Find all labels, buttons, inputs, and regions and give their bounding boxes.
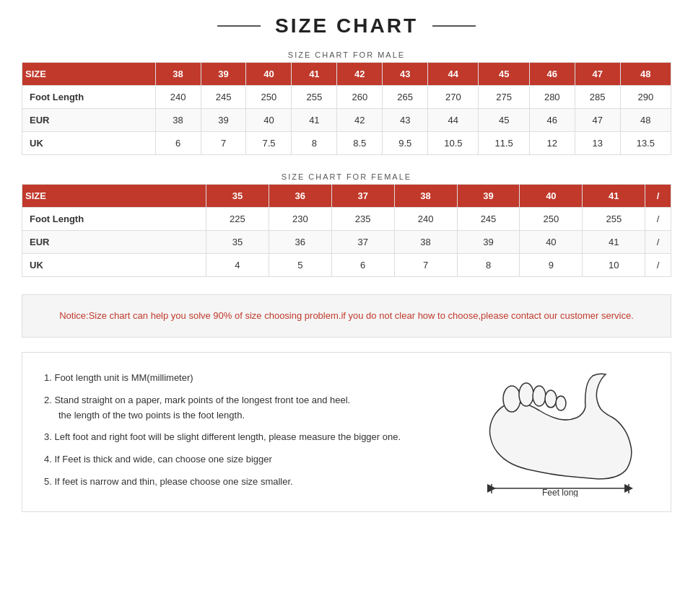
male-col-header-44: 44 (428, 63, 479, 86)
male-cell-0-4: 260 (337, 86, 383, 109)
male-col-header-43: 43 (383, 63, 428, 86)
male-cell-1-3: 41 (292, 109, 337, 132)
male-cell-1-10: 48 (620, 109, 671, 132)
female-cell-0-2: 235 (331, 208, 394, 231)
instructions-list: 1. Foot length unit is MM(millimeter)2. … (44, 367, 432, 497)
female-col-header-size: SIZE (22, 185, 206, 208)
male-cell-0-10: 290 (620, 86, 671, 109)
female-cell-2-0: 4 (206, 254, 269, 277)
instructions-section: 1. Foot length unit is MM(millimeter)2. … (22, 352, 671, 512)
male-cell-0-6: 270 (428, 86, 479, 109)
female-col-header-36: 36 (269, 185, 331, 208)
female-cell-2-6: 10 (583, 254, 645, 277)
female-cell-1-7: / (645, 231, 671, 254)
svg-point-0 (503, 386, 520, 412)
svg-point-2 (533, 386, 546, 406)
male-row-label-2: UK (22, 132, 156, 155)
female-cell-2-1: 5 (269, 254, 331, 277)
female-cell-2-2: 6 (331, 254, 394, 277)
table-row: UK45678910/ (22, 254, 671, 277)
female-cell-0-7: / (645, 208, 671, 231)
male-col-header-45: 45 (479, 63, 529, 86)
male-cell-2-8: 12 (529, 132, 575, 155)
male-cell-0-8: 280 (529, 86, 575, 109)
male-cell-0-5: 265 (383, 86, 428, 109)
foot-svg: Feet long (454, 367, 642, 497)
male-cell-2-9: 13 (575, 132, 620, 155)
male-row-label-0: Foot Length (22, 86, 156, 109)
male-cell-1-9: 47 (575, 109, 620, 132)
male-col-header-39: 39 (201, 63, 246, 86)
male-cell-1-8: 46 (529, 109, 575, 132)
male-col-header-47: 47 (575, 63, 620, 86)
female-cell-0-5: 250 (520, 208, 583, 231)
list-item: 4. If Feet is thick and wide, can choose… (44, 449, 432, 471)
male-col-header-40: 40 (246, 63, 292, 86)
male-cell-0-3: 255 (292, 86, 337, 109)
female-section-label: SIZE CHART FOR FEMALE (22, 172, 671, 181)
table-row: Foot Length225230235240245250255/ (22, 208, 671, 231)
title-line-left (217, 25, 261, 27)
female-cell-0-4: 245 (457, 208, 520, 231)
male-row-label-1: EUR (22, 109, 156, 132)
table-row: EUR35363738394041/ (22, 231, 671, 254)
female-col-header-37: 37 (331, 185, 394, 208)
female-cell-2-7: / (645, 254, 671, 277)
female-cell-1-2: 37 (331, 231, 394, 254)
list-item: 5. If feet is narrow and thin, please ch… (44, 471, 432, 493)
svg-point-1 (519, 383, 533, 406)
list-item-sub: the length of the two points is the foot… (44, 408, 432, 423)
table-row: Foot Length24024525025526026527027528028… (22, 86, 671, 109)
male-cell-2-0: 6 (155, 132, 201, 155)
female-cell-1-4: 39 (457, 231, 520, 254)
male-cell-1-4: 42 (337, 109, 383, 132)
male-cell-1-5: 43 (383, 109, 428, 132)
female-cell-1-6: 41 (583, 231, 645, 254)
notice-text: Notice:Size chart can help you solve 90%… (59, 310, 634, 321)
male-cell-2-10: 13.5 (620, 132, 671, 155)
male-col-header-46: 46 (529, 63, 575, 86)
title-row: SIZE CHART (22, 14, 671, 38)
male-cell-1-6: 44 (428, 109, 479, 132)
male-size-table: SIZE3839404142434445464748Foot Length240… (22, 62, 671, 155)
female-cell-0-0: 225 (206, 208, 269, 231)
page-title: SIZE CHART (275, 14, 418, 38)
male-cell-1-0: 38 (155, 109, 201, 132)
table-row: EUR3839404142434445464748 (22, 109, 671, 132)
male-cell-2-4: 8.5 (337, 132, 383, 155)
page-wrapper: SIZE CHART SIZE CHART FOR MALE SIZE38394… (0, 0, 693, 527)
male-cell-1-2: 40 (246, 109, 292, 132)
male-cell-1-7: 45 (479, 109, 529, 132)
female-cell-2-3: 7 (394, 254, 457, 277)
list-item: 3. Left foot and right foot will be slig… (44, 426, 432, 449)
svg-point-4 (556, 396, 566, 410)
male-col-header-42: 42 (337, 63, 383, 86)
male-cell-2-7: 11.5 (479, 132, 529, 155)
male-cell-2-2: 7.5 (246, 132, 292, 155)
female-cell-1-5: 40 (520, 231, 583, 254)
male-cell-0-0: 240 (155, 86, 201, 109)
female-row-label-2: UK (22, 254, 206, 277)
female-col-header-/: / (645, 185, 671, 208)
male-cell-2-5: 9.5 (383, 132, 428, 155)
female-col-header-38: 38 (394, 185, 457, 208)
male-col-header-41: 41 (292, 63, 337, 86)
male-cell-2-3: 8 (292, 132, 337, 155)
female-row-label-0: Foot Length (22, 208, 206, 231)
female-col-header-41: 41 (583, 185, 645, 208)
svg-text:Feet long: Feet long (542, 488, 578, 497)
female-cell-0-1: 230 (269, 208, 331, 231)
table-row: UK677.588.59.510.511.5121313.5 (22, 132, 671, 155)
female-cell-1-3: 38 (394, 231, 457, 254)
male-col-header-48: 48 (620, 63, 671, 86)
male-cell-2-6: 10.5 (428, 132, 479, 155)
male-cell-2-1: 7 (201, 132, 246, 155)
male-cell-0-7: 275 (479, 86, 529, 109)
male-section-label: SIZE CHART FOR MALE (22, 50, 671, 59)
female-cell-2-4: 8 (457, 254, 520, 277)
female-col-header-40: 40 (520, 185, 583, 208)
male-cell-0-2: 250 (246, 86, 292, 109)
list-item: 2. Stand straight on a paper, mark point… (44, 390, 432, 427)
female-col-header-39: 39 (457, 185, 520, 208)
male-cell-1-1: 39 (201, 109, 246, 132)
